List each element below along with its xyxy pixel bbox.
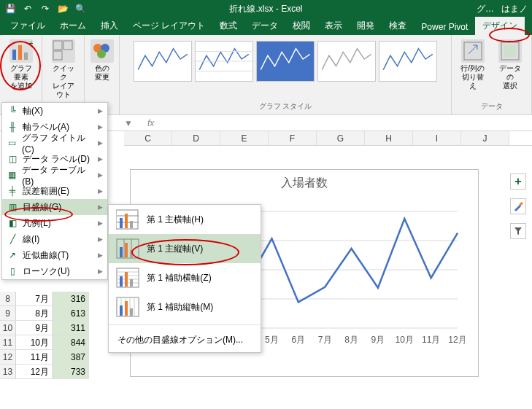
style-thumb-5[interactable]	[379, 41, 437, 82]
svg-text:12月: 12月	[448, 335, 465, 345]
menu-chart-title[interactable]: ▭グラフ タイトル(C)▶	[2, 135, 107, 151]
save-icon[interactable]: 💾	[4, 3, 16, 15]
tab-inquire[interactable]: 検査	[382, 17, 414, 35]
submenu-primary-major-horizontal[interactable]: 第 1 主横軸(H)	[109, 205, 261, 234]
col-G[interactable]: G	[317, 131, 365, 145]
preview-icon[interactable]: 🔍	[74, 3, 86, 15]
gridlines-icon: ▥	[7, 201, 18, 213]
chart-filter-button[interactable]	[510, 223, 526, 239]
submenu-more-options[interactable]: その他の目盛線オプション(M)...	[109, 328, 261, 352]
name-box-dropdown-icon[interactable]: ▼	[124, 118, 133, 128]
chevron-right-icon: ▶	[98, 219, 103, 227]
tab-powerpivot[interactable]: Power Pivot	[414, 19, 475, 35]
svg-text:5月: 5月	[265, 335, 279, 345]
tab-pagelayout[interactable]: ページ レイアウト	[126, 17, 212, 35]
chart-title[interactable]: 入場者数	[131, 170, 478, 197]
chevron-right-icon: ▶	[98, 139, 103, 147]
title-right: グ… はまノ	[477, 3, 528, 15]
switch-row-col-button[interactable]: 行/列の 切り替え	[456, 38, 490, 92]
svg-rect-53	[125, 272, 128, 287]
chevron-right-icon: ▶	[98, 171, 103, 179]
table-row: 87月316	[0, 292, 89, 306]
grid-v-minor-icon	[116, 297, 139, 317]
col-H[interactable]: H	[365, 131, 413, 145]
col-F[interactable]: F	[269, 131, 317, 145]
tab-home[interactable]: ホーム	[53, 17, 93, 35]
fx-icon[interactable]: fx	[147, 118, 154, 128]
tab-insert[interactable]: 挿入	[93, 17, 126, 35]
chevron-right-icon: ▶	[98, 252, 103, 259]
tab-view[interactable]: 表示	[317, 17, 350, 35]
svg-rect-38	[120, 218, 123, 228]
svg-rect-60	[120, 305, 123, 316]
col-J[interactable]: J	[461, 131, 509, 145]
chart-title-icon: ▭	[7, 137, 18, 149]
ribbon-tabs: ファイル ホーム 挿入 ページ レイアウト 数式 データ 校閲 表示 開発 検査…	[0, 17, 532, 35]
submenu-primary-minor-vertical[interactable]: 第 1 補助縦軸(M)	[109, 292, 261, 322]
grid-h-minor-icon	[116, 268, 139, 288]
grid-h-major-icon	[116, 209, 139, 230]
table-row: 109月311	[0, 321, 89, 335]
tab-formulas[interactable]: 数式	[212, 17, 244, 35]
open-icon[interactable]: 📂	[57, 3, 69, 15]
svg-rect-61	[125, 301, 128, 316]
menu-data-table[interactable]: ▦データ テーブル(B)▶	[2, 167, 107, 183]
submenu-primary-major-vertical[interactable]: 第 1 主縦軸(V)	[109, 234, 261, 263]
change-colors-button[interactable]: 色の 変更	[88, 38, 117, 83]
grid-rows: 87月316 98月613 109月311 1110月844 1211月387 …	[0, 292, 89, 379]
tab-review[interactable]: 校閲	[285, 17, 317, 35]
data-group-label: データ	[481, 100, 503, 112]
col-C[interactable]: C	[124, 131, 172, 145]
chart-side-buttons: +	[510, 174, 526, 239]
axis-label-icon: ╫	[7, 121, 18, 133]
trendline-icon: ↗	[7, 249, 18, 261]
svg-text:6月: 6月	[291, 335, 305, 345]
styles-group-label: グラフ スタイル	[259, 100, 312, 112]
col-E[interactable]: E	[220, 131, 269, 145]
ribbon-group-data: 行/列の 切り替え データの 選択 データ	[452, 35, 532, 114]
svg-rect-40	[130, 221, 133, 228]
menu-legend[interactable]: ◧凡例(L)▶	[2, 215, 107, 231]
tab-design[interactable]: デザイン	[475, 17, 525, 35]
select-data-button[interactable]: データの 選択	[494, 38, 528, 92]
tab-file[interactable]: ファイル	[3, 17, 53, 35]
menu-updown-bars[interactable]: ▯ローソク(U)▶	[2, 263, 107, 279]
table-row: 1312月733	[0, 365, 89, 379]
menu-error-bars[interactable]: ╪誤差範囲(E)▶	[2, 183, 107, 199]
menu-gridlines[interactable]: ▥目盛線(G)▶	[2, 199, 107, 215]
tab-developer[interactable]: 開発	[350, 17, 382, 35]
menu-axis[interactable]: ╚軸(X)▶	[2, 103, 107, 119]
chart-plus-button[interactable]: +	[510, 174, 526, 190]
style-thumb-2[interactable]	[195, 41, 253, 82]
submenu-primary-minor-horizontal[interactable]: 第 1 補助横軸(Z)	[109, 263, 261, 292]
svg-rect-15	[504, 45, 516, 57]
window-title: 折れ線.xlsx - Excel	[229, 3, 302, 15]
svg-text:+: +	[28, 39, 33, 49]
grid-v-major-icon	[116, 238, 139, 259]
menu-lines[interactable]: ╱線(I)▶	[2, 231, 107, 247]
svg-rect-62	[130, 308, 133, 316]
chart-styles-gallery[interactable]	[131, 38, 440, 100]
svg-rect-44	[120, 247, 123, 257]
add-chart-element-button[interactable]: + グラフ要素 を追加	[4, 38, 37, 92]
quick-access-toolbar: 💾 ↶ ↷ 📂 🔍 折れ線.xlsx - Excel グ… はまノ	[0, 0, 532, 17]
gridlines-submenu: 第 1 主横軸(H) 第 1 主縦軸(V) 第 1 補助横軸(Z) 第 1 補助…	[108, 204, 261, 353]
style-thumb-4[interactable]	[317, 41, 376, 82]
col-D[interactable]: D	[172, 131, 220, 145]
style-thumb-3[interactable]	[256, 41, 315, 82]
col-I[interactable]: I	[413, 131, 461, 145]
style-thumb-1[interactable]	[134, 41, 192, 82]
menu-trendline[interactable]: ↗近似曲線(T)▶	[2, 247, 107, 263]
chevron-right-icon: ▶	[98, 187, 103, 195]
svg-rect-5	[63, 41, 72, 50]
redo-icon[interactable]: ↷	[39, 3, 51, 15]
svg-rect-6	[53, 51, 62, 60]
chevron-right-icon: ▶	[98, 203, 103, 211]
quick-layout-button[interactable]: クイック レイアウト	[47, 38, 80, 101]
separator	[109, 324, 261, 325]
chart-brush-button[interactable]	[510, 198, 526, 214]
data-table-icon: ▦	[7, 169, 18, 181]
table-row: 1110月844	[0, 335, 89, 350]
tab-data[interactable]: データ	[244, 17, 285, 35]
undo-icon[interactable]: ↶	[22, 3, 34, 15]
